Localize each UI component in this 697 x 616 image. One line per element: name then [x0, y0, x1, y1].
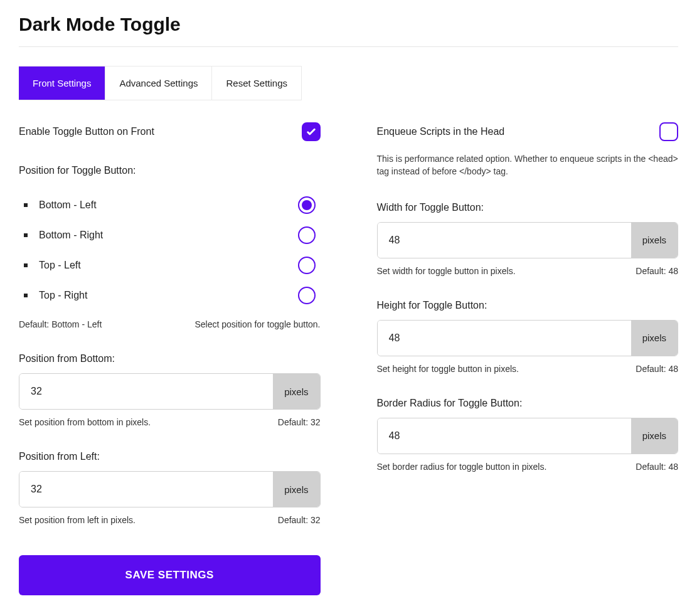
- radius-label: Border Radius for Toggle Button:: [377, 398, 679, 409]
- height-hint: Set height for toggle button in pixels.: [377, 364, 519, 374]
- pos-left-default: Default: 32: [278, 515, 321, 525]
- unit-label: pixels: [631, 223, 678, 258]
- check-icon: [306, 126, 317, 137]
- unit-label: pixels: [273, 374, 319, 409]
- list-item: Bottom - Left: [19, 190, 321, 220]
- pos-bottom-hint: Set position from bottom in pixels.: [19, 417, 151, 427]
- position-radio-top-right[interactable]: [298, 287, 316, 304]
- position-label: Position for Toggle Button:: [19, 165, 321, 176]
- right-column: Enqueue Scripts in the Head This is perf…: [377, 122, 679, 595]
- position-radio-list: Bottom - Left Bottom - Right Top - Left: [19, 190, 321, 311]
- bullet-icon: [24, 294, 28, 297]
- page-title: Dark Mode Toggle: [19, 14, 678, 35]
- bullet-icon: [24, 263, 28, 267]
- pos-left-label: Position from Left:: [19, 451, 321, 462]
- position-hint-text: Select position for toggle button.: [194, 319, 320, 329]
- radius-input[interactable]: [378, 418, 631, 454]
- tabs: Front Settings Advanced Settings Reset S…: [19, 66, 302, 100]
- height-input[interactable]: [378, 321, 631, 356]
- pos-left-hint: Set position from left in pixels.: [19, 515, 136, 525]
- option-label: Bottom - Right: [39, 230, 103, 241]
- pos-bottom-input-group: pixels: [19, 373, 321, 410]
- height-input-group: pixels: [377, 320, 679, 356]
- pos-bottom-label: Position from Bottom:: [19, 353, 321, 364]
- position-radio-bottom-left[interactable]: [298, 196, 316, 214]
- enqueue-checkbox[interactable]: [659, 122, 678, 141]
- width-default: Default: 48: [636, 266, 678, 276]
- option-label: Top - Left: [39, 260, 81, 271]
- height-label: Height for Toggle Button:: [377, 300, 679, 311]
- tab-front-settings[interactable]: Front Settings: [19, 66, 105, 100]
- unit-label: pixels: [631, 321, 678, 356]
- left-column: Enable Toggle Button on Front Position f…: [19, 122, 321, 595]
- unit-label: pixels: [273, 472, 319, 507]
- tab-advanced-settings[interactable]: Advanced Settings: [105, 66, 211, 100]
- pos-bottom-default: Default: 32: [278, 417, 321, 427]
- unit-label: pixels: [631, 418, 678, 454]
- enqueue-label: Enqueue Scripts in the Head: [377, 126, 505, 137]
- width-label: Width for Toggle Button:: [377, 202, 679, 213]
- width-hint: Set width for toggle button in pixels.: [377, 266, 516, 276]
- list-item: Bottom - Right: [19, 220, 321, 250]
- radius-input-group: pixels: [377, 418, 679, 454]
- bullet-icon: [24, 203, 28, 207]
- radius-hint: Set border radius for toggle button in p…: [377, 462, 547, 472]
- list-item: Top - Left: [19, 250, 321, 280]
- height-default: Default: 48: [636, 364, 678, 374]
- radius-default: Default: 48: [636, 462, 678, 472]
- enable-toggle-label: Enable Toggle Button on Front: [19, 126, 154, 137]
- option-label: Top - Right: [39, 290, 87, 301]
- position-radio-bottom-right[interactable]: [298, 226, 316, 244]
- tab-reset-settings[interactable]: Reset Settings: [211, 66, 301, 100]
- save-settings-button[interactable]: SAVE SETTINGS: [19, 555, 321, 595]
- enqueue-hint: This is performance related option. Whet…: [377, 152, 679, 178]
- divider: [19, 46, 678, 47]
- option-label: Bottom - Left: [39, 199, 97, 211]
- position-radio-top-left[interactable]: [298, 257, 316, 274]
- pos-left-input[interactable]: [19, 472, 273, 507]
- list-item: Top - Right: [19, 280, 321, 311]
- width-input-group: pixels: [377, 222, 679, 258]
- bullet-icon: [24, 233, 28, 237]
- position-default-text: Default: Bottom - Left: [19, 319, 102, 329]
- pos-left-input-group: pixels: [19, 471, 321, 507]
- pos-bottom-input[interactable]: [19, 374, 273, 409]
- enable-toggle-checkbox[interactable]: [302, 122, 321, 141]
- width-input[interactable]: [378, 223, 631, 258]
